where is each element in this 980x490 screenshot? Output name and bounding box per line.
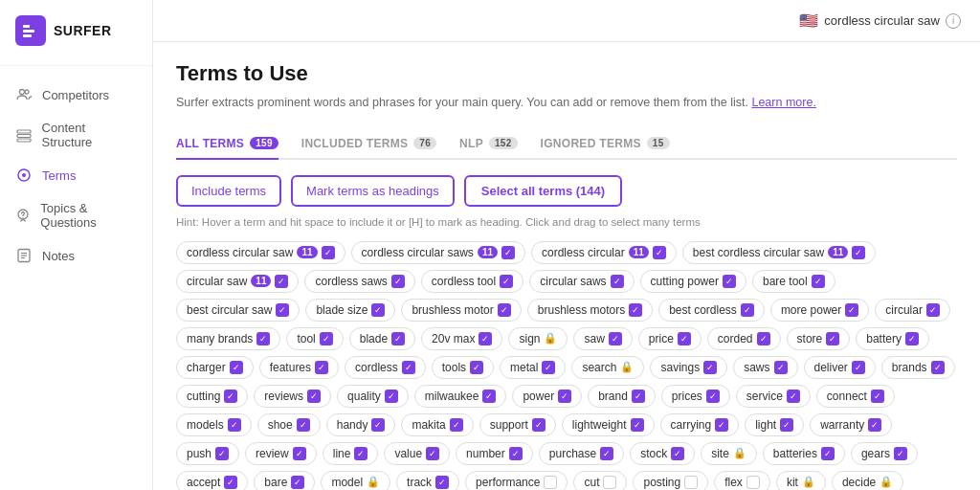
sidebar-item-content-structure[interactable]: Content Structure <box>0 112 152 158</box>
term-checkbox[interactable]: ✓ <box>426 447 439 460</box>
term-checkbox[interactable]: ✓ <box>774 361 788 374</box>
mark-headings-button[interactable]: Mark terms as headings <box>291 175 455 207</box>
term-chip[interactable]: saw✓ <box>573 327 632 350</box>
term-checkbox[interactable]: ✓ <box>821 447 835 460</box>
term-checkbox[interactable]: ✓ <box>905 332 919 345</box>
term-chip[interactable]: posting <box>633 471 708 490</box>
term-checkbox[interactable]: ✓ <box>228 418 241 432</box>
term-checkbox[interactable]: ✓ <box>629 303 642 317</box>
term-checkbox[interactable]: ✓ <box>391 332 405 345</box>
term-checkbox[interactable]: ✓ <box>498 303 511 317</box>
sidebar-item-terms[interactable]: Terms <box>0 158 152 192</box>
select-all-button[interactable]: Select all terms (144) <box>464 175 622 207</box>
term-checkbox[interactable]: ✓ <box>435 476 449 489</box>
term-chip[interactable]: line✓ <box>323 442 379 465</box>
term-chip[interactable]: models✓ <box>176 413 252 436</box>
term-chip[interactable]: cordless✓ <box>345 356 426 379</box>
term-chip[interactable]: brand✓ <box>588 385 656 408</box>
term-chip[interactable]: saws✓ <box>733 356 797 379</box>
term-chip[interactable]: bare tool✓ <box>752 270 835 293</box>
term-checkbox[interactable]: ✓ <box>354 447 368 460</box>
term-chip[interactable]: cutting✓ <box>176 385 248 408</box>
term-chip[interactable]: flex <box>714 471 770 490</box>
term-chip[interactable]: value✓ <box>384 442 450 465</box>
term-checkbox[interactable]: ✓ <box>926 303 940 317</box>
term-checkbox[interactable]: ✓ <box>852 246 865 259</box>
term-chip[interactable]: number✓ <box>456 442 533 465</box>
term-checkbox[interactable]: ✓ <box>871 390 884 403</box>
term-chip[interactable]: shoe✓ <box>257 413 321 436</box>
term-chip[interactable]: site🔒 <box>701 442 757 465</box>
sidebar-item-notes[interactable]: Notes <box>0 238 152 273</box>
term-checkbox[interactable]: ✓ <box>868 418 881 432</box>
term-checkbox[interactable]: ✓ <box>532 418 546 432</box>
term-checkbox[interactable]: ✓ <box>230 361 243 374</box>
term-checkbox[interactable]: ✓ <box>787 390 800 403</box>
term-chip[interactable]: corded✓ <box>707 327 781 350</box>
term-chip[interactable]: cut <box>573 471 627 490</box>
term-checkbox[interactable]: ✓ <box>215 447 229 460</box>
term-chip[interactable]: circular saws✓ <box>529 270 634 293</box>
term-chip[interactable]: carrying✓ <box>660 413 740 436</box>
term-checkbox[interactable]: ✓ <box>385 390 398 403</box>
term-chip[interactable]: more power✓ <box>770 299 869 322</box>
term-chip[interactable]: savings✓ <box>650 356 727 379</box>
term-chip[interactable]: accept✓ <box>176 471 248 490</box>
tab-ignored-terms[interactable]: IGNORED TERMS 15 <box>541 129 670 160</box>
term-chip[interactable]: cutting power✓ <box>640 270 746 293</box>
sidebar-item-competitors[interactable]: Competitors <box>0 78 152 112</box>
term-chip[interactable]: reviews✓ <box>254 385 331 408</box>
term-checkbox[interactable]: ✓ <box>609 332 622 345</box>
term-checkbox[interactable]: ✓ <box>224 390 237 403</box>
sidebar-item-topics-questions[interactable]: Topics & Questions <box>0 192 152 238</box>
term-chip[interactable]: model🔒 <box>321 471 390 490</box>
term-chip[interactable]: decide🔒 <box>832 471 903 490</box>
term-checkbox[interactable]: ✓ <box>542 361 555 374</box>
term-chip[interactable]: 20v max✓ <box>421 327 502 350</box>
term-checkbox[interactable]: ✓ <box>826 332 839 345</box>
term-checkbox[interactable]: ✓ <box>293 447 306 460</box>
term-checkbox[interactable]: ✓ <box>894 447 907 460</box>
term-checkbox[interactable]: ✓ <box>653 246 666 259</box>
tab-all-terms[interactable]: ALL TERMS 159 <box>176 129 278 160</box>
term-chip[interactable]: cordless circular saw11✓ <box>176 241 345 264</box>
term-checkbox[interactable]: ✓ <box>678 332 691 345</box>
term-checkbox[interactable]: ✓ <box>706 390 720 403</box>
term-checkbox[interactable]: ✓ <box>509 447 523 460</box>
learn-more-link[interactable]: Learn more. <box>751 96 815 109</box>
term-checkbox[interactable]: ✓ <box>320 332 333 345</box>
term-chip[interactable]: price✓ <box>638 327 702 350</box>
term-chip[interactable]: stock✓ <box>630 442 695 465</box>
term-checkbox[interactable]: ✓ <box>479 332 492 345</box>
term-chip[interactable]: cordless circular saws11✓ <box>351 241 526 264</box>
term-chip[interactable]: gears✓ <box>851 442 918 465</box>
term-checkbox[interactable]: ✓ <box>741 303 754 317</box>
term-chip[interactable]: circular✓ <box>875 299 950 322</box>
term-checkbox[interactable]: ✓ <box>703 361 717 374</box>
term-checkbox[interactable]: ✓ <box>780 418 793 432</box>
term-chip[interactable]: blade size✓ <box>305 299 395 322</box>
term-checkbox[interactable]: ✓ <box>715 418 728 432</box>
term-chip[interactable]: best cordless✓ <box>658 299 765 322</box>
term-chip[interactable]: push✓ <box>176 442 239 465</box>
term-checkbox[interactable]: ✓ <box>402 361 415 374</box>
term-checkbox[interactable]: ✓ <box>845 303 858 317</box>
term-chip[interactable]: support✓ <box>479 413 556 436</box>
term-checkbox[interactable]: ✓ <box>501 246 515 259</box>
term-chip[interactable]: charger✓ <box>176 356 254 379</box>
term-chip[interactable]: tool✓ <box>286 327 343 350</box>
term-chip[interactable]: cordless saws✓ <box>304 270 414 293</box>
term-chip[interactable]: metal✓ <box>500 356 566 379</box>
term-checkbox[interactable]: ✓ <box>276 303 289 317</box>
term-checkbox[interactable]: ✓ <box>470 361 483 374</box>
term-chip[interactable]: blade✓ <box>349 327 415 350</box>
include-terms-button[interactable]: Include terms <box>176 175 281 207</box>
term-chip[interactable]: track✓ <box>396 471 459 490</box>
term-checkbox[interactable]: ✓ <box>500 275 513 288</box>
term-checkbox[interactable]: ✓ <box>322 246 335 259</box>
term-chip[interactable]: batteries✓ <box>763 442 845 465</box>
term-chip[interactable]: bare✓ <box>254 471 315 490</box>
term-chip[interactable]: search🔒 <box>571 356 644 379</box>
term-chip[interactable]: power✓ <box>512 385 582 408</box>
term-checkbox[interactable] <box>603 476 616 489</box>
